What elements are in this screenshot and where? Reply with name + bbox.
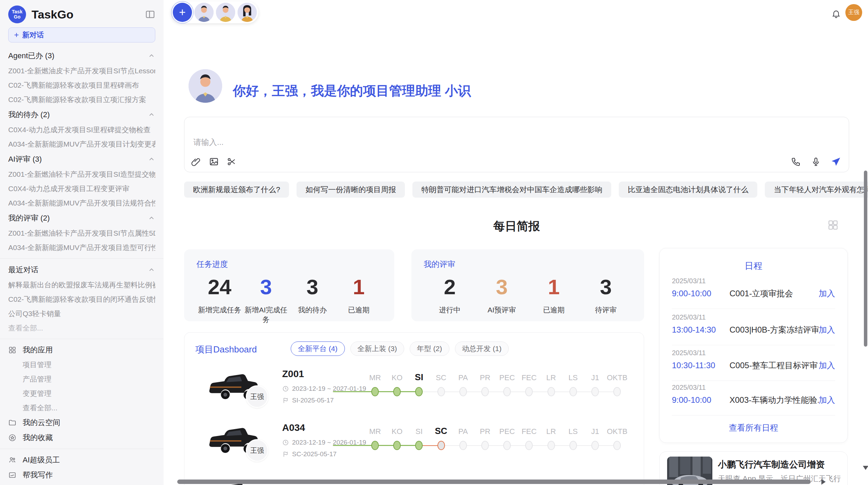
my-apps-child-item[interactable]: 查看全部... (8, 401, 155, 415)
join-meeting-link[interactable]: 加入 (819, 395, 835, 406)
sidebar-section-header[interactable]: 我的评审 (2) (8, 210, 155, 226)
milestone-node[interactable] (415, 441, 423, 450)
project-row[interactable]: 王强A0342023-12-19 ~ 2026-01-19SC-2025-05-… (184, 420, 644, 478)
milestone-node[interactable] (525, 387, 533, 396)
milestone-node[interactable] (503, 387, 511, 396)
microphone-icon[interactable] (810, 156, 821, 167)
suggestion-chip[interactable]: 比亚迪全固态电池计划具体说了什么 (619, 182, 757, 198)
sidebar-task-item[interactable]: A034-全新新能源MUV产品开发项目计划变更表编写 (8, 137, 155, 151)
chevron-up-icon[interactable] (148, 52, 155, 60)
suggestion-chip[interactable]: 特朗普可能对进口汽车增税会对中国车企造成哪些影响 (412, 182, 611, 198)
sidebar-task-item[interactable]: C02-飞腾新能源轻客改款项目里程碑画布 (8, 78, 155, 92)
send-icon[interactable] (830, 156, 841, 167)
recent-chats-header[interactable]: 最近对话 (8, 262, 155, 278)
vertical-scrollbar[interactable] (864, 171, 867, 347)
sidebar-task-item[interactable]: Z001-全新燃油轻卡产品开发项目SI造型提交物评审 (8, 167, 155, 182)
chevron-up-icon[interactable] (148, 156, 155, 163)
join-meeting-link[interactable]: 加入 (819, 324, 835, 335)
my-apps-child-item[interactable]: 项目管理 (8, 358, 155, 372)
dashboard-tab[interactable]: 年型 (2) (410, 341, 449, 356)
milestone-node[interactable] (459, 441, 467, 450)
milestone-node[interactable] (503, 441, 511, 450)
chat-composer[interactable]: 请输入... (184, 117, 849, 172)
milestone-node[interactable] (393, 387, 401, 396)
assistant-avatar-3[interactable] (238, 3, 257, 22)
sidebar-task-item[interactable]: Z001-全新燃油皮卡产品开发项目SI节点Lesson Learn报告 (8, 64, 155, 78)
sidebar-section-header[interactable]: AI评审 (3) (8, 151, 155, 167)
new-chat-button[interactable]: + 新对话 (8, 27, 155, 42)
milestone-node[interactable] (613, 387, 621, 396)
sidebar-section-header[interactable]: 我的待办 (2) (8, 107, 155, 123)
chevron-up-icon[interactable] (148, 266, 155, 274)
sidebar-item-star[interactable]: 我的收藏 (8, 430, 155, 445)
image-icon[interactable] (208, 156, 219, 167)
sidebar-tool-pen[interactable]: 创意制图 (8, 483, 155, 485)
milestone-node[interactable] (569, 441, 577, 450)
assistant-avatar-2[interactable] (216, 3, 235, 22)
attachment-icon[interactable] (191, 156, 202, 167)
recent-chat-item[interactable]: C02-飞腾新能源轻客改款项目的闭环通告反馈情况 (8, 292, 155, 307)
sidebar-task-item[interactable]: C0X4-动力总成开发项目工程变更评审 (8, 182, 155, 196)
dashboard-tab[interactable]: 全新平台 (4) (291, 341, 345, 356)
milestone-node[interactable] (459, 387, 467, 396)
join-meeting-link[interactable]: 加入 (819, 288, 835, 299)
collapse-sidebar-icon[interactable] (145, 9, 155, 20)
sidebar-item-my-apps[interactable]: 我的应用 (8, 343, 155, 358)
sidebar-quick-links: 我的云空间我的收藏 (8, 415, 155, 445)
view-all-schedule-link[interactable]: 查看所有日程 (660, 422, 847, 433)
sidebar-item-folder[interactable]: 我的云空间 (8, 415, 155, 430)
briefing-layout-icon[interactable] (827, 219, 839, 231)
milestone-node[interactable] (437, 441, 445, 450)
my-apps-child-item[interactable]: 变更管理 (8, 386, 155, 401)
chevron-up-icon[interactable] (148, 111, 155, 119)
milestone-label: LR (546, 373, 556, 382)
suggestion-chip[interactable]: 欧洲新规最近颁布了什么? (184, 182, 289, 198)
recent-chat-item[interactable]: 公司Q3轻卡销量 (8, 307, 155, 321)
dashboard-tab[interactable]: 动总开发 (1) (455, 341, 509, 356)
sidebar-task-item[interactable]: C02-飞腾新能源轻客改款项目立项汇报方案 (8, 92, 155, 107)
milestone-label: PA (458, 373, 468, 382)
join-meeting-link[interactable]: 加入 (819, 360, 835, 371)
milestone-node[interactable] (569, 387, 577, 396)
grid-icon (8, 346, 17, 355)
milestone-node[interactable] (481, 387, 489, 396)
milestone-node[interactable] (591, 441, 599, 450)
milestone-node[interactable] (481, 441, 489, 450)
dashboard-tab[interactable]: 全新上装 (3) (350, 341, 405, 356)
horizontal-scrollbar[interactable] (177, 480, 811, 484)
milestone-label: PEC (499, 427, 515, 436)
suggestion-chip[interactable]: 当下年轻人对汽车外观有怎样的喜好趋势 (765, 182, 868, 198)
suggestion-chip[interactable]: 如何写一份清晰的项目周报 (297, 182, 405, 198)
sidebar-task-item[interactable]: A034-全新新能源MUV产品开发项目造型可行性评审 (8, 240, 155, 255)
scroll-down-arrow-icon[interactable] (863, 466, 868, 470)
milestone-node[interactable] (393, 441, 401, 450)
recent-chat-item[interactable]: 解释最新出台的欧盟报废车法规再生塑料比例被调至15%... (8, 278, 155, 292)
phone-icon[interactable] (791, 156, 801, 167)
chevron-up-icon[interactable] (148, 214, 155, 222)
milestone-node[interactable] (613, 441, 621, 450)
scissors-icon[interactable] (226, 156, 237, 167)
view-all-chats[interactable]: 查看全部... (8, 321, 155, 335)
milestone-node[interactable] (591, 387, 599, 396)
sidebar-tool-people[interactable]: AI超级员工 (8, 452, 155, 468)
milestone-node[interactable] (371, 441, 379, 450)
sidebar-task-item[interactable]: A034-全新新能源MUV产品开发项目法规符合性评审 (8, 196, 155, 210)
milestone-node[interactable] (525, 441, 533, 450)
scroll-right-arrow-icon[interactable] (821, 479, 825, 485)
assistant-avatar-1[interactable] (194, 3, 214, 22)
project-row[interactable]: 王强Z0012023-12-19 ~ 2027-01-19SI-2025-05-… (184, 366, 644, 424)
project-dashboard-card: 项目Dashboard 全新平台 (4)全新上装 (3)年型 (2)动总开发 (… (184, 332, 644, 485)
milestone-node[interactable] (547, 387, 555, 396)
milestone-node[interactable] (371, 387, 379, 396)
add-session-button[interactable] (173, 3, 192, 22)
notification-bell-icon[interactable] (831, 9, 841, 18)
milestone-node[interactable] (547, 441, 555, 450)
sidebar-task-item[interactable]: Z001-全新燃油轻卡产品开发项目SI节点属性5D文件评审 (8, 226, 155, 240)
milestone-node[interactable] (415, 387, 423, 396)
sidebar-task-item[interactable]: C0X4-动力总成开发项目SI里程碑提交物检查 (8, 123, 155, 137)
sidebar-tool-write[interactable]: 帮我写作 (8, 468, 155, 483)
milestone-node[interactable] (437, 387, 445, 396)
user-avatar[interactable]: 王强 (845, 4, 862, 21)
my-apps-child-item[interactable]: 产品管理 (8, 372, 155, 386)
sidebar-section-header[interactable]: Agent已办 (3) (8, 48, 155, 64)
